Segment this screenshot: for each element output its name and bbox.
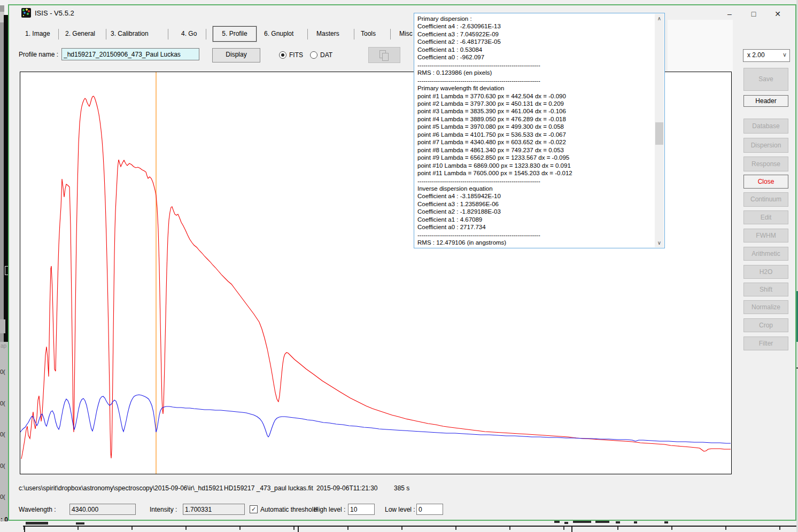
dispersion-results-text: Primary dispersion :Coefficient a4 : -2.… xyxy=(417,15,652,246)
canvas-background-patch xyxy=(668,20,733,73)
isis-app-icon xyxy=(21,8,31,18)
maximize-button[interactable]: □ xyxy=(746,7,762,20)
database-button[interactable]: Database xyxy=(743,119,788,134)
wavelength-label: Wavelength : xyxy=(19,506,56,513)
fwhm-button[interactable]: FWHM xyxy=(743,229,788,242)
wavelength-value-field[interactable] xyxy=(69,504,136,515)
tab-separator xyxy=(307,29,308,40)
intensity-value-field[interactable] xyxy=(183,504,245,515)
scroll-up-icon[interactable]: ∧ xyxy=(655,14,664,23)
low-level-label: Low level : xyxy=(385,506,415,513)
file-name-label: HD159217 _473_paul luckas.fit xyxy=(224,484,313,492)
tab-tools[interactable]: Tools xyxy=(361,30,376,37)
file-path-label: c:\users\spirit\dropbox\astronomy\spectr… xyxy=(19,484,223,492)
tab-separator xyxy=(206,29,206,40)
tab-masters[interactable]: Masters xyxy=(316,30,339,37)
copy-profile-button[interactable] xyxy=(368,47,400,63)
background-axis-major-tick xyxy=(571,527,572,532)
tab-profile-selected[interactable]: 5. Profile xyxy=(213,26,257,42)
automatic-threshold-label: Automatic threshold xyxy=(260,506,317,513)
dat-radio[interactable] xyxy=(310,51,317,59)
background-curve-fragment xyxy=(634,521,637,523)
normalize-button[interactable]: Normalize xyxy=(743,300,788,314)
profile-name-label: Profile name : xyxy=(19,51,58,58)
tab-image[interactable]: 1. Image xyxy=(25,30,50,37)
isis-main-window: ISIS - V5.5.2 – □ ✕ 1. Image 2. General … xyxy=(8,4,796,521)
close-button[interactable]: Close xyxy=(743,175,788,189)
automatic-threshold-checkbox[interactable]: ✓ xyxy=(250,505,258,513)
edit-button[interactable]: Edit xyxy=(743,210,788,224)
background-axis-major-tick xyxy=(298,527,299,532)
intensity-label: Intensity : xyxy=(150,506,177,513)
tab-profile-label: 5. Profile xyxy=(222,30,247,37)
save-button[interactable]: Save xyxy=(743,68,788,91)
popup-scrollbar[interactable]: ∧ ∨ xyxy=(655,14,664,247)
minimize-button[interactable]: – xyxy=(722,7,738,20)
background-axis-ticks xyxy=(24,527,798,530)
background-text-fragment: ap xyxy=(1,343,6,349)
background-axis-labels: 0(0(0(0(0( xyxy=(0,369,8,525)
background-curve-fragment xyxy=(616,521,620,523)
desktop: ap 0(0(0(0(0( : 0 ISIS - V5.5.2 – □ ✕ 1.… xyxy=(0,0,798,532)
tab-separator xyxy=(168,29,168,40)
copy-icon xyxy=(379,50,386,58)
tab-separator xyxy=(58,29,59,40)
zoom-select[interactable]: x 2.00 ∨ xyxy=(743,49,790,62)
fits-radio-label: FITS xyxy=(289,51,303,59)
filter-button[interactable]: Filter xyxy=(743,337,788,350)
high-level-label: High level : xyxy=(314,506,345,513)
low-level-field[interactable] xyxy=(416,504,443,515)
dispersion-results-popup[interactable]: Primary dispersion :Coefficient a4 : -2.… xyxy=(414,13,665,248)
tab-calibration[interactable]: 3. Calibration xyxy=(111,30,149,37)
timestamp-label: 2015-09-06T11:21:30 xyxy=(316,484,378,492)
background-curve-fragment xyxy=(664,521,668,523)
tab-separator xyxy=(106,29,106,40)
background-curve-fragment xyxy=(26,522,48,525)
window-title: ISIS - V5.5.2 xyxy=(35,9,74,17)
background-window-notch2 xyxy=(0,319,5,333)
crop-button[interactable]: Crop xyxy=(743,318,788,332)
shift-button[interactable]: Shift xyxy=(743,283,788,296)
header-button[interactable]: Header xyxy=(743,95,788,107)
dispersion-button[interactable]: Dispersion xyxy=(743,138,788,153)
exposure-label: 385 s xyxy=(394,484,409,492)
tab-gnuplot[interactable]: 6. Gnuplot xyxy=(264,30,293,37)
zoom-select-value: x 2.00 xyxy=(747,51,765,59)
tab-go[interactable]: 4. Go xyxy=(181,30,197,37)
background-window-dark-strip xyxy=(4,15,8,342)
background-curve-fragment xyxy=(76,522,84,525)
tab-separator xyxy=(390,29,391,40)
tab-misc[interactable]: Misc xyxy=(399,30,413,37)
high-level-field[interactable] xyxy=(348,504,375,515)
arithmetic-button[interactable]: Arithmetic xyxy=(743,247,788,261)
close-window-button[interactable]: ✕ xyxy=(770,7,786,20)
dat-radio-label: DAT xyxy=(320,51,332,59)
h2o-button[interactable]: H2O xyxy=(743,265,788,279)
profile-name-input[interactable] xyxy=(61,48,199,60)
check-icon: ✓ xyxy=(251,506,256,512)
scroll-down-icon[interactable]: ∨ xyxy=(655,238,664,247)
popup-scrollbar-thumb[interactable] xyxy=(655,122,663,145)
response-button[interactable]: Response xyxy=(743,157,788,171)
tab-general[interactable]: 2. General xyxy=(65,30,95,37)
fits-radio[interactable] xyxy=(279,51,286,59)
continuum-button[interactable]: Continuum xyxy=(743,192,788,207)
chevron-down-icon: ∨ xyxy=(782,51,787,58)
display-button[interactable]: Display xyxy=(212,48,260,62)
tab-separator xyxy=(354,29,354,40)
background-axis-major-tick xyxy=(24,527,25,532)
background-curve-fragment xyxy=(564,522,568,524)
